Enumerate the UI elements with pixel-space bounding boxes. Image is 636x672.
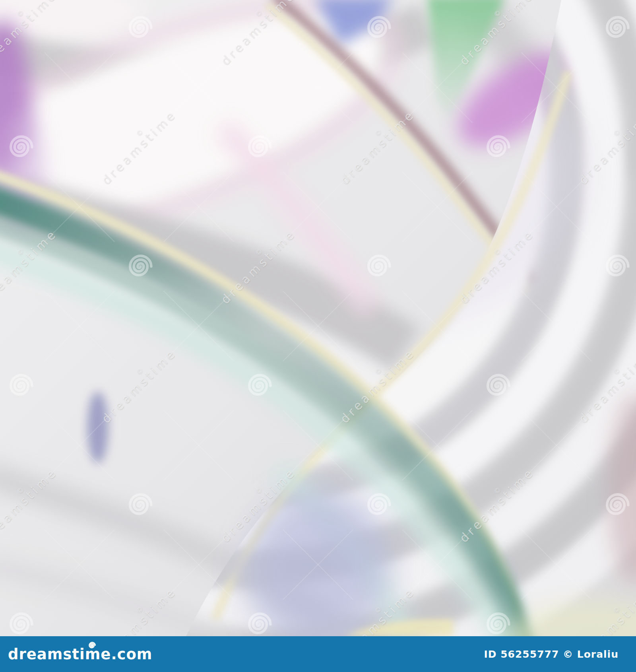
stock-image-preview: dreamstime©dreamstime©dreamstime©dreamst… (0, 0, 636, 672)
image-id-text: ID 56255777 © Loraliu (484, 649, 619, 660)
watermark-footer-bar: dreamstime.com ID 56255777 © Loraliu (0, 636, 636, 672)
dreamstime-logo: dreamstime.com (8, 646, 152, 663)
image-credit: ID 56255777 © Loraliu (484, 649, 619, 660)
dreamstime-logo-text: dreamstime.com (8, 646, 152, 663)
abstract-artwork: dreamstime©dreamstime©dreamstime©dreamst… (0, 0, 636, 636)
abstract-curves-graphic (0, 0, 636, 636)
dreamstime-logo-spiral-icon (87, 641, 96, 650)
